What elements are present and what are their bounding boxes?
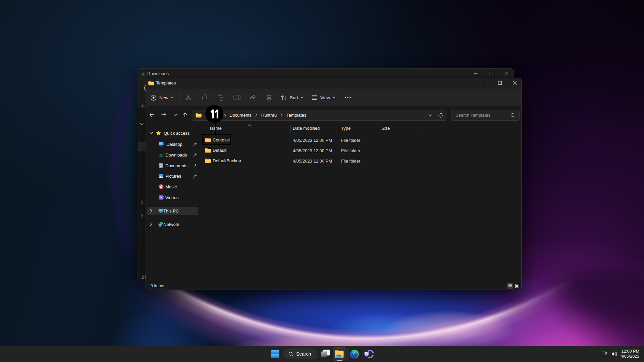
svg-text:R: R (365, 352, 368, 356)
